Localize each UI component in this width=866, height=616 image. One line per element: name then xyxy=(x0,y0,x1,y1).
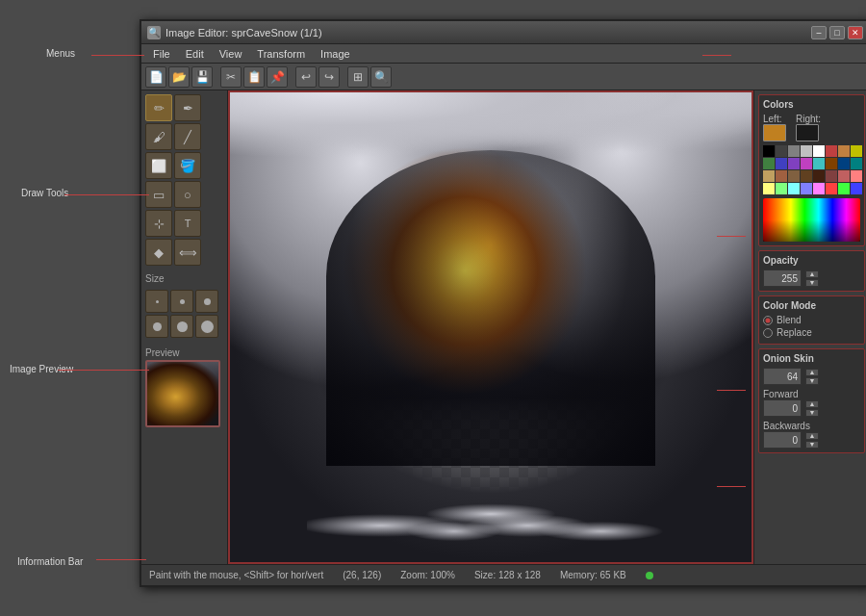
palette-cell[interactable] xyxy=(851,158,862,169)
palette-cell[interactable] xyxy=(813,183,825,194)
palette-cell[interactable] xyxy=(838,145,850,157)
replace-label: Replace xyxy=(777,327,812,338)
toolbar-new[interactable]: 📄 xyxy=(145,66,166,88)
toolbar-zoom[interactable]: 🔍 xyxy=(370,66,392,88)
palette-cell[interactable] xyxy=(801,145,812,157)
zoom-level: Zoom: 100% xyxy=(400,570,455,580)
size-4[interactable] xyxy=(145,315,168,338)
backwards-input[interactable] xyxy=(763,431,802,449)
status-bar: Paint with the mouse, <Shift> for hor/ve… xyxy=(141,564,866,585)
tool-line[interactable]: ╱ xyxy=(174,123,201,150)
toolbar-cut[interactable]: ✂ xyxy=(220,66,242,88)
palette-cell[interactable] xyxy=(838,170,850,182)
palette-cell[interactable] xyxy=(838,158,850,169)
tool-select[interactable]: ⊹ xyxy=(145,210,172,237)
toolbar-open[interactable]: 📂 xyxy=(168,66,190,88)
palette-cell[interactable] xyxy=(813,145,825,157)
forward-input[interactable] xyxy=(763,399,802,417)
menu-edit[interactable]: Edit xyxy=(178,46,212,62)
tool-ellipse[interactable]: ○ xyxy=(174,181,201,208)
close-button[interactable]: ✕ xyxy=(848,26,863,39)
backwards-down[interactable]: ▼ xyxy=(805,441,819,449)
toolbar-save[interactable]: 💾 xyxy=(191,66,213,88)
size-5[interactable] xyxy=(170,315,193,338)
tool-rect[interactable]: ▭ xyxy=(145,181,172,208)
toolbar-undo[interactable]: ↩ xyxy=(295,66,317,88)
toolbar-paste[interactable]: 📌 xyxy=(267,66,288,88)
opacity-down[interactable]: ▼ xyxy=(805,279,819,287)
forward-down[interactable]: ▼ xyxy=(805,409,819,417)
palette-cell[interactable] xyxy=(801,158,812,169)
tool-diamond[interactable]: ◆ xyxy=(145,239,172,266)
menu-file[interactable]: File xyxy=(145,46,178,62)
size-3[interactable] xyxy=(195,290,218,313)
palette-cell[interactable] xyxy=(826,145,837,157)
palette-cell[interactable] xyxy=(826,170,837,182)
tool-brush[interactable]: 🖌 xyxy=(145,123,172,150)
palette-cell[interactable] xyxy=(851,145,862,157)
backwards-row: ▲ ▼ xyxy=(763,431,860,449)
palette-cell[interactable] xyxy=(776,158,787,169)
tool-fill[interactable]: 🪣 xyxy=(174,152,201,179)
tool-flip[interactable]: ⟺ xyxy=(174,239,201,266)
menu-bar: File Edit View Transform Image xyxy=(141,44,866,64)
size-2[interactable] xyxy=(170,290,193,313)
canvas-area[interactable] xyxy=(228,90,753,564)
preview-image xyxy=(147,362,218,425)
palette-cell[interactable] xyxy=(776,183,787,194)
palette-cell[interactable] xyxy=(776,170,787,182)
palette-cell[interactable] xyxy=(788,170,800,182)
menu-view[interactable]: View xyxy=(212,46,250,62)
size-label: Size xyxy=(145,273,223,284)
palette-cell[interactable] xyxy=(851,183,862,194)
window-title: Image Editor: sprCaveSnow (1/1) xyxy=(166,27,811,38)
tool-text[interactable]: T xyxy=(174,210,201,237)
palette-cell[interactable] xyxy=(763,170,775,182)
onion-input[interactable] xyxy=(763,368,802,385)
replace-radio[interactable] xyxy=(763,328,773,338)
palette-cell[interactable] xyxy=(776,145,787,157)
palette-cell[interactable] xyxy=(813,158,825,169)
memory: Memory: 65 KB xyxy=(560,570,626,580)
replace-row: Replace xyxy=(763,327,860,338)
backwards-up[interactable]: ▲ xyxy=(805,432,819,440)
tool-pen[interactable]: ✒ xyxy=(174,94,201,121)
size-1[interactable] xyxy=(145,290,168,313)
palette-cell[interactable] xyxy=(801,170,812,182)
toolbar-redo[interactable]: ↪ xyxy=(318,66,340,88)
tool-eraser[interactable]: ⬜ xyxy=(145,152,172,179)
size-6[interactable] xyxy=(195,315,218,338)
palette-cell[interactable] xyxy=(788,145,800,157)
palette-cell[interactable] xyxy=(801,183,812,194)
backwards-spinner: ▲ ▼ xyxy=(805,432,819,449)
menu-image[interactable]: Image xyxy=(313,46,358,62)
toolbar-grid[interactable]: ⊞ xyxy=(347,66,369,88)
menus-label: Menus xyxy=(46,48,75,59)
right-color-swatch[interactable] xyxy=(796,124,819,141)
palette-cell[interactable] xyxy=(788,183,800,194)
palette-cell[interactable] xyxy=(763,183,775,194)
palette-cell[interactable] xyxy=(851,170,862,182)
toolbar-copy[interactable]: 📋 xyxy=(243,66,265,88)
palette-cell[interactable] xyxy=(813,170,825,182)
forward-up[interactable]: ▲ xyxy=(805,400,819,408)
palette-cell[interactable] xyxy=(788,158,800,169)
onion-down[interactable]: ▼ xyxy=(805,377,819,385)
palette-cell[interactable] xyxy=(826,183,837,194)
color-gradient-picker[interactable] xyxy=(763,198,860,242)
status-message: Paint with the mouse, <Shift> for hor/ve… xyxy=(149,570,323,580)
palette-cell[interactable] xyxy=(826,158,837,169)
onion-up[interactable]: ▲ xyxy=(805,369,819,376)
maximize-button[interactable]: □ xyxy=(829,26,845,39)
left-color-swatch[interactable] xyxy=(763,124,786,141)
blend-radio[interactable] xyxy=(763,316,773,325)
color-mode-title: Color Mode xyxy=(763,300,860,311)
minimize-button[interactable]: – xyxy=(811,26,827,39)
palette-cell[interactable] xyxy=(763,158,775,169)
opacity-input[interactable] xyxy=(763,270,802,287)
tool-pencil[interactable]: ✏ xyxy=(145,94,172,121)
opacity-up[interactable]: ▲ xyxy=(805,270,819,278)
menu-transform[interactable]: Transform xyxy=(249,46,313,62)
palette-cell[interactable] xyxy=(838,183,850,194)
palette-cell[interactable] xyxy=(763,145,775,157)
